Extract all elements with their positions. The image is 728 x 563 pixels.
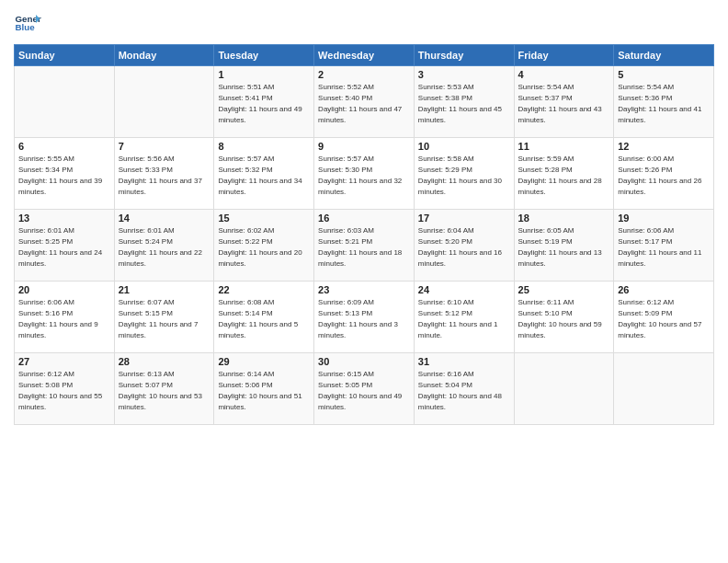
- day-number: 3: [418, 69, 510, 80]
- day-info: Sunrise: 5:52 AM Sunset: 5:40 PM Dayligh…: [318, 82, 410, 126]
- calendar-cell: 23Sunrise: 6:09 AM Sunset: 5:13 PM Dayli…: [314, 282, 415, 353]
- calendar-cell: 30Sunrise: 6:15 AM Sunset: 5:05 PM Dayli…: [314, 353, 415, 425]
- day-number: 9: [318, 141, 410, 152]
- calendar-cell: 19Sunrise: 6:06 AM Sunset: 5:17 PM Dayli…: [614, 210, 714, 282]
- header: General Blue: [14, 9, 714, 37]
- calendar-cell: 20Sunrise: 6:06 AM Sunset: 5:16 PM Dayli…: [15, 282, 115, 353]
- logo-icon: General Blue: [14, 9, 41, 37]
- day-number: 6: [18, 141, 110, 152]
- calendar-cell: [15, 66, 115, 138]
- day-info: Sunrise: 6:13 AM Sunset: 5:07 PM Dayligh…: [119, 369, 210, 413]
- day-number: 30: [318, 356, 410, 367]
- day-info: Sunrise: 6:06 AM Sunset: 5:16 PM Dayligh…: [18, 297, 110, 341]
- calendar-cell: 26Sunrise: 6:12 AM Sunset: 5:09 PM Dayli…: [614, 282, 714, 353]
- day-info: Sunrise: 5:54 AM Sunset: 5:36 PM Dayligh…: [618, 82, 710, 126]
- day-number: 13: [18, 213, 110, 224]
- calendar-cell: 27Sunrise: 6:12 AM Sunset: 5:08 PM Dayli…: [15, 353, 115, 425]
- day-number: 27: [18, 356, 110, 367]
- day-number: 26: [618, 284, 710, 295]
- weekday-header-thursday: Thursday: [414, 45, 514, 66]
- day-info: Sunrise: 5:56 AM Sunset: 5:33 PM Dayligh…: [119, 154, 210, 198]
- calendar-cell: 7Sunrise: 5:56 AM Sunset: 5:33 PM Daylig…: [114, 138, 214, 210]
- calendar-cell: 13Sunrise: 6:01 AM Sunset: 5:25 PM Dayli…: [15, 210, 115, 282]
- calendar-cell: 11Sunrise: 5:59 AM Sunset: 5:28 PM Dayli…: [514, 138, 614, 210]
- day-info: Sunrise: 6:01 AM Sunset: 5:24 PM Dayligh…: [119, 225, 210, 270]
- weekday-header-monday: Monday: [114, 45, 214, 66]
- day-info: Sunrise: 5:57 AM Sunset: 5:30 PM Dayligh…: [318, 154, 410, 198]
- day-info: Sunrise: 6:00 AM Sunset: 5:26 PM Dayligh…: [618, 154, 710, 198]
- day-info: Sunrise: 5:58 AM Sunset: 5:29 PM Dayligh…: [418, 154, 510, 198]
- calendar-cell: 8Sunrise: 5:57 AM Sunset: 5:32 PM Daylig…: [214, 138, 314, 210]
- calendar-cell: 16Sunrise: 6:03 AM Sunset: 5:21 PM Dayli…: [314, 210, 415, 282]
- day-number: 23: [318, 284, 410, 295]
- weekday-header-saturday: Saturday: [614, 45, 714, 66]
- week-row-1: 1Sunrise: 5:51 AM Sunset: 5:41 PM Daylig…: [15, 66, 714, 138]
- day-number: 18: [518, 213, 610, 224]
- calendar-cell: 6Sunrise: 5:55 AM Sunset: 5:34 PM Daylig…: [15, 138, 115, 210]
- day-info: Sunrise: 6:06 AM Sunset: 5:17 PM Dayligh…: [618, 225, 710, 270]
- day-info: Sunrise: 6:07 AM Sunset: 5:15 PM Dayligh…: [119, 297, 210, 341]
- calendar-cell: 31Sunrise: 6:16 AM Sunset: 5:04 PM Dayli…: [414, 353, 514, 425]
- day-info: Sunrise: 5:57 AM Sunset: 5:32 PM Dayligh…: [218, 154, 310, 198]
- day-number: 21: [119, 284, 210, 295]
- calendar-cell: 22Sunrise: 6:08 AM Sunset: 5:14 PM Dayli…: [214, 282, 314, 353]
- calendar-cell: [514, 353, 614, 425]
- day-number: 2: [318, 69, 410, 80]
- calendar-cell: 9Sunrise: 5:57 AM Sunset: 5:30 PM Daylig…: [314, 138, 415, 210]
- day-info: Sunrise: 6:11 AM Sunset: 5:10 PM Dayligh…: [518, 297, 610, 341]
- day-number: 28: [119, 356, 210, 367]
- weekday-header-friday: Friday: [514, 45, 614, 66]
- day-number: 7: [119, 141, 210, 152]
- day-number: 25: [518, 284, 610, 295]
- day-info: Sunrise: 5:59 AM Sunset: 5:28 PM Dayligh…: [518, 154, 610, 198]
- calendar-cell: 4Sunrise: 5:54 AM Sunset: 5:37 PM Daylig…: [514, 66, 614, 138]
- day-number: 8: [218, 141, 310, 152]
- week-row-4: 20Sunrise: 6:06 AM Sunset: 5:16 PM Dayli…: [15, 282, 714, 353]
- calendar-cell: 18Sunrise: 6:05 AM Sunset: 5:19 PM Dayli…: [514, 210, 614, 282]
- day-number: 29: [218, 356, 310, 367]
- day-number: 1: [218, 69, 310, 80]
- day-info: Sunrise: 6:09 AM Sunset: 5:13 PM Dayligh…: [318, 297, 410, 341]
- calendar-cell: 15Sunrise: 6:02 AM Sunset: 5:22 PM Dayli…: [214, 210, 314, 282]
- calendar-table: SundayMondayTuesdayWednesdayThursdayFrid…: [14, 44, 714, 425]
- day-info: Sunrise: 6:04 AM Sunset: 5:20 PM Dayligh…: [418, 225, 510, 270]
- calendar-cell: 24Sunrise: 6:10 AM Sunset: 5:12 PM Dayli…: [414, 282, 514, 353]
- calendar-cell: 28Sunrise: 6:13 AM Sunset: 5:07 PM Dayli…: [114, 353, 214, 425]
- day-info: Sunrise: 6:12 AM Sunset: 5:09 PM Dayligh…: [618, 297, 710, 341]
- day-number: 14: [119, 213, 210, 224]
- day-info: Sunrise: 6:08 AM Sunset: 5:14 PM Dayligh…: [218, 297, 310, 341]
- calendar-cell: [114, 66, 214, 138]
- weekday-header-wednesday: Wednesday: [314, 45, 415, 66]
- week-row-3: 13Sunrise: 6:01 AM Sunset: 5:25 PM Dayli…: [15, 210, 714, 282]
- week-row-2: 6Sunrise: 5:55 AM Sunset: 5:34 PM Daylig…: [15, 138, 714, 210]
- day-number: 17: [418, 213, 510, 224]
- calendar-cell: 12Sunrise: 6:00 AM Sunset: 5:26 PM Dayli…: [614, 138, 714, 210]
- svg-text:Blue: Blue: [16, 22, 36, 32]
- calendar-cell: 14Sunrise: 6:01 AM Sunset: 5:24 PM Dayli…: [114, 210, 214, 282]
- calendar-cell: 29Sunrise: 6:14 AM Sunset: 5:06 PM Dayli…: [214, 353, 314, 425]
- day-info: Sunrise: 6:15 AM Sunset: 5:05 PM Dayligh…: [318, 369, 410, 413]
- calendar-page: General Blue SundayMondayTuesdayWednesda…: [0, 0, 728, 563]
- day-info: Sunrise: 5:53 AM Sunset: 5:38 PM Dayligh…: [418, 82, 510, 126]
- day-info: Sunrise: 6:03 AM Sunset: 5:21 PM Dayligh…: [318, 225, 410, 270]
- day-number: 4: [518, 69, 610, 80]
- day-number: 11: [518, 141, 610, 152]
- day-number: 22: [218, 284, 310, 295]
- day-info: Sunrise: 6:01 AM Sunset: 5:25 PM Dayligh…: [18, 225, 110, 270]
- calendar-cell: [614, 353, 714, 425]
- calendar-cell: 1Sunrise: 5:51 AM Sunset: 5:41 PM Daylig…: [214, 66, 314, 138]
- weekday-header-row: SundayMondayTuesdayWednesdayThursdayFrid…: [15, 45, 714, 66]
- day-number: 31: [418, 356, 510, 367]
- day-info: Sunrise: 5:51 AM Sunset: 5:41 PM Dayligh…: [218, 82, 310, 126]
- day-info: Sunrise: 6:05 AM Sunset: 5:19 PM Dayligh…: [518, 225, 610, 270]
- weekday-header-tuesday: Tuesday: [214, 45, 314, 66]
- day-number: 16: [318, 213, 410, 224]
- day-number: 24: [418, 284, 510, 295]
- day-number: 15: [218, 213, 310, 224]
- day-number: 19: [618, 213, 710, 224]
- day-number: 5: [618, 69, 710, 80]
- calendar-cell: 5Sunrise: 5:54 AM Sunset: 5:36 PM Daylig…: [614, 66, 714, 138]
- day-number: 12: [618, 141, 710, 152]
- week-row-5: 27Sunrise: 6:12 AM Sunset: 5:08 PM Dayli…: [15, 353, 714, 425]
- calendar-cell: 21Sunrise: 6:07 AM Sunset: 5:15 PM Dayli…: [114, 282, 214, 353]
